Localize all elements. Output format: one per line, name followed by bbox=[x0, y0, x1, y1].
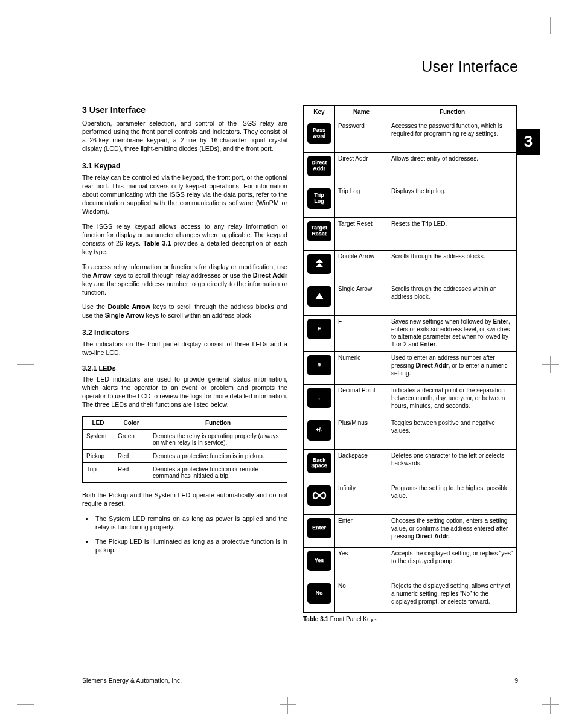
cell-func: Saves new settings when followed by Ente… bbox=[388, 315, 517, 351]
keycap: No bbox=[307, 583, 331, 604]
led-table: LED Color Function SystemGreenDenotes th… bbox=[82, 416, 287, 483]
heading-3-2-1: 3.2.1 LEDs bbox=[82, 365, 287, 372]
th-color: Color bbox=[114, 417, 149, 430]
body-text: The LED indicators are used to provide g… bbox=[82, 375, 287, 409]
cell-name: Direct Addr bbox=[335, 152, 388, 185]
cell-key: TripLog bbox=[304, 185, 335, 217]
cell-color: Red bbox=[114, 450, 149, 463]
table-row: TargetResetTarget ResetResets the Trip L… bbox=[304, 217, 517, 250]
table-row: 9NumericUsed to enter an address number … bbox=[304, 351, 517, 384]
table-row: Double ArrowScrolls through the address … bbox=[304, 250, 517, 283]
heading-3-1: 3.1 Keypad bbox=[82, 162, 287, 170]
cell-key: DirectAddr bbox=[304, 152, 335, 185]
cell-key: +/- bbox=[304, 417, 335, 449]
crop-mark bbox=[280, 697, 296, 714]
cell-key bbox=[304, 250, 335, 283]
cell-key: No bbox=[304, 580, 335, 612]
cell-name: Trip Log bbox=[335, 185, 388, 217]
table-row: DirectAddrDirect AddrAllows direct entry… bbox=[304, 152, 517, 185]
crop-mark bbox=[17, 697, 34, 714]
table-row: TripRedDenotes a protective function or … bbox=[83, 463, 287, 483]
keycap: . bbox=[307, 388, 331, 408]
cell-func: Used to enter an address number after pr… bbox=[388, 351, 517, 384]
chapter-tab: 3 bbox=[517, 129, 540, 155]
cell-name: Yes bbox=[335, 547, 388, 580]
svg-marker-2 bbox=[315, 293, 324, 299]
cell-func: Rejects the displayed setting, allows en… bbox=[388, 580, 517, 612]
cell-name: Double Arrow bbox=[335, 250, 388, 283]
th-func: Function bbox=[388, 106, 517, 120]
keycap: Enter bbox=[307, 518, 331, 538]
cell-key: BackSpace bbox=[304, 449, 335, 482]
keycap: TripLog bbox=[307, 188, 331, 209]
cell-func: Scrolls through the addresses within an … bbox=[388, 283, 517, 315]
cell-func: Programs the setting to the highest poss… bbox=[388, 482, 517, 514]
keycap: Password bbox=[307, 123, 331, 144]
body-text: Both the Pickup and the System LED opera… bbox=[82, 491, 287, 508]
svg-marker-0 bbox=[315, 259, 324, 263]
cell-name: Single Arrow bbox=[335, 283, 388, 315]
cell-name: Backspace bbox=[335, 449, 388, 482]
crop-mark bbox=[542, 356, 559, 373]
table-row: SystemGreenDenotes the relay is operatin… bbox=[83, 430, 287, 450]
cell-func: Denotes a protective function or remote … bbox=[149, 463, 287, 483]
body-text: Use the Double Arrow keys to scroll thro… bbox=[82, 303, 287, 320]
table-row: NoNoRejects the displayed setting, allow… bbox=[304, 580, 517, 612]
keycap: BackSpace bbox=[307, 453, 331, 473]
crop-mark bbox=[542, 17, 559, 34]
key-table: Key Name Function PasswordPasswordAccess… bbox=[303, 105, 517, 613]
cell-key: 9 bbox=[304, 351, 335, 384]
cell-key bbox=[304, 482, 335, 514]
cell-name: Target Reset bbox=[335, 217, 388, 250]
cell-name: Numeric bbox=[335, 351, 388, 384]
running-head: User Interface bbox=[82, 58, 518, 78]
body-text: The ISGS relay keypad allows access to a… bbox=[82, 223, 287, 257]
keycap-double-arrow-up-icon bbox=[307, 254, 331, 274]
cell-color: Red bbox=[114, 463, 149, 483]
cell-key: Enter bbox=[304, 514, 335, 547]
cell-func: Accepts the displayed setting, or replie… bbox=[388, 547, 517, 580]
keycap: Yes bbox=[307, 551, 331, 571]
list-item: The System LED remains on as long as pow… bbox=[82, 515, 287, 532]
table-row: TripLogTrip LogDisplays the trip log. bbox=[304, 185, 517, 217]
keycap-single-arrow-up-icon bbox=[307, 286, 331, 307]
cell-func: Chooses the setting option, enters a set… bbox=[388, 514, 517, 547]
cell-name: Plus/Minus bbox=[335, 417, 388, 449]
th-key: Key bbox=[304, 106, 335, 120]
cell-func: Scrolls through the address blocks. bbox=[388, 250, 517, 283]
right-column: Key Name Function PasswordPasswordAccess… bbox=[303, 105, 517, 622]
table-row: InfinityPrograms the setting to the high… bbox=[304, 482, 517, 514]
left-column: 3 User Interface Operation, parameter se… bbox=[82, 105, 287, 622]
keycap: F bbox=[307, 319, 331, 339]
page-footer: Siemens Energy & Automation, Inc. 9 bbox=[82, 677, 518, 684]
cell-key: F bbox=[304, 315, 335, 351]
cell-func: Toggles between positive and negative va… bbox=[388, 417, 517, 449]
crop-mark bbox=[542, 697, 559, 714]
cell-key: Yes bbox=[304, 547, 335, 580]
cell-func: Resets the Trip LED. bbox=[388, 217, 517, 250]
keycap: TargetReset bbox=[307, 221, 331, 241]
th-func: Function bbox=[149, 417, 287, 430]
cell-key: . bbox=[304, 384, 335, 417]
cell-func: Indicates a decimal point or the separat… bbox=[388, 384, 517, 417]
footer-company: Siemens Energy & Automation, Inc. bbox=[82, 677, 182, 684]
cell-func: Displays the trip log. bbox=[388, 185, 517, 217]
cell-name: Password bbox=[335, 120, 388, 152]
keycap-infinity-icon bbox=[307, 485, 331, 506]
list-item: The Pickup LED is illuminated as long as… bbox=[82, 538, 287, 555]
table-caption: Table 3.1 Front Panel Keys bbox=[303, 616, 517, 622]
body-text: The indicators on the front panel displa… bbox=[82, 340, 287, 357]
cell-led: Trip bbox=[83, 463, 114, 483]
table-row: .Decimal PointIndicates a decimal point … bbox=[304, 384, 517, 417]
keycap: DirectAddr bbox=[307, 156, 331, 176]
table-row: PickupRedDenotes a protective function i… bbox=[83, 450, 287, 463]
cell-func: Denotes a protective function is in pick… bbox=[149, 450, 287, 463]
cell-key: Password bbox=[304, 120, 335, 152]
cell-func: Denotes the relay is operating properly … bbox=[149, 430, 287, 450]
svg-marker-1 bbox=[315, 263, 324, 267]
keycap: +/- bbox=[307, 420, 331, 441]
body-text: The relay can be controlled via the keyp… bbox=[82, 174, 287, 216]
cell-name: No bbox=[335, 580, 388, 612]
bullet-list: The System LED remains on as long as pow… bbox=[82, 515, 287, 555]
cell-name: Enter bbox=[335, 514, 388, 547]
